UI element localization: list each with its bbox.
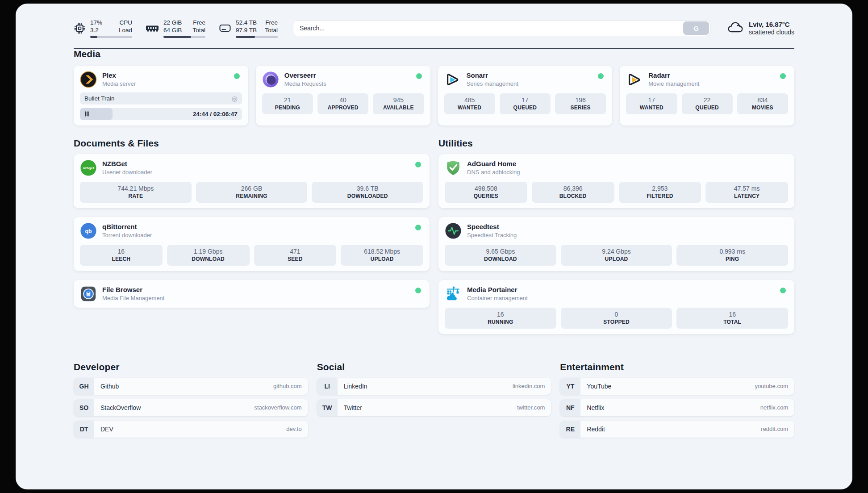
- app-card-speedtest[interactable]: Speedtest Speedtest Tracking 9.65 GbpsDO…: [438, 217, 794, 271]
- search-input[interactable]: [293, 20, 710, 36]
- stat-total: 16TOTAL: [676, 308, 788, 329]
- bookmark-reddit[interactable]: RE Reddit reddit.com: [560, 421, 794, 438]
- bookmark-name: StackOverflow: [100, 404, 141, 411]
- svg-text:qb: qb: [85, 228, 92, 234]
- app-name: AdGuard Home: [467, 160, 520, 168]
- cpu-usage-label: CPU: [119, 19, 132, 26]
- bookmark-abbr: SO: [74, 399, 94, 416]
- cpu-progress-bar: [90, 36, 132, 38]
- status-online-dot: [780, 73, 786, 79]
- cpu-usage-value: 17%: [90, 19, 102, 26]
- bookmark-dev[interactable]: DT DEV dev.to: [74, 421, 308, 438]
- stat-latency: 47.57 msLATENCY: [705, 182, 788, 203]
- bookmark-url: youtube.com: [755, 383, 788, 389]
- search-bar: G: [293, 20, 710, 36]
- stat-queued: 17QUEUED: [500, 93, 551, 114]
- app-card-nzbget[interactable]: nzbget NZBGet Usenet downloader 744.21 M…: [74, 154, 430, 208]
- section-title-developer: Developer: [74, 362, 308, 372]
- status-online-dot: [416, 73, 422, 79]
- ram-free-label: Free: [193, 19, 205, 26]
- stat-pending: 21PENDING: [262, 93, 313, 114]
- adguard-icon: [445, 159, 462, 176]
- bookmark-abbr: TW: [317, 399, 338, 416]
- plex-icon: [80, 71, 97, 88]
- bookmark-twitter[interactable]: TW Twitter twitter.com: [317, 399, 551, 416]
- app-description: Series management: [467, 80, 518, 87]
- filebrowser-icon: [80, 285, 97, 302]
- weather-widget[interactable]: Lviv, 16.87°C scattered clouds: [726, 21, 794, 36]
- status-online-dot: [780, 288, 786, 293]
- bookmark-abbr: DT: [74, 421, 94, 438]
- bookmark-stackoverflow[interactable]: SO StackOverflow stackoverflow.com: [74, 399, 308, 416]
- disk-free-value: 52.4 TB: [236, 19, 257, 26]
- pause-icon: [84, 111, 89, 117]
- app-card-sonarr[interactable]: Sonarr Series management 485WANTED 17QUE…: [438, 66, 613, 125]
- stat-rate: 744.21 MbpsRATE: [80, 182, 192, 203]
- ram-progress-bar: [163, 36, 205, 38]
- status-online-dot: [415, 288, 421, 293]
- bookmark-youtube[interactable]: YT YouTube youtube.com: [560, 378, 794, 395]
- bookmark-url: netflix.com: [760, 404, 788, 411]
- bookmark-netflix[interactable]: NF Netflix netflix.com: [560, 399, 794, 416]
- app-card-overseerr[interactable]: Overseerr Media Requests 21PENDING 40APP…: [256, 66, 430, 125]
- system-stats: 17%CPU 3.2Load 22 GiBFree 64 GiBTotal: [74, 19, 278, 38]
- bookmark-github[interactable]: GH Github github.com: [74, 378, 308, 395]
- app-card-radarr[interactable]: Radarr Movie management 17WANTED 22QUEUE…: [620, 66, 794, 125]
- bookmark-url: dev.to: [286, 426, 301, 432]
- app-name: Media Portainer: [467, 286, 528, 294]
- bookmark-abbr: NF: [560, 399, 580, 416]
- memory-stat: 22 GiBFree 64 GiBTotal: [146, 19, 205, 38]
- section-title-social: Social: [317, 362, 551, 372]
- status-online-dot: [598, 73, 604, 79]
- media-card-grid: Plex Media server Bullet Train ◎ 24:44 /…: [74, 66, 794, 125]
- now-playing-row: Bullet Train ◎: [80, 92, 242, 104]
- app-description: Speedtest Tracking: [467, 232, 517, 238]
- app-name: NZBGet: [102, 160, 152, 168]
- playback-progress-row: 24:44 / 02:06:47: [80, 108, 242, 120]
- app-card-plex[interactable]: Plex Media server Bullet Train ◎ 24:44 /…: [74, 66, 248, 125]
- bookmark-url: linkedin.com: [513, 383, 545, 389]
- stat-series: 196SERIES: [555, 93, 606, 114]
- app-description: Media File Management: [102, 295, 164, 301]
- section-title-documents: Documents & Files: [74, 138, 430, 149]
- disk-total-label: Total: [265, 26, 278, 34]
- stat-upload: 9.24 GbpsUPLOAD: [561, 245, 672, 266]
- stat-filtered: 2,953FILTERED: [619, 182, 701, 203]
- storage-stat: 52.4 TBFree 97.9 TBTotal: [219, 19, 278, 38]
- status-online-dot: [234, 73, 240, 79]
- stat-wanted: 485WANTED: [444, 93, 495, 114]
- section-title-media: Media: [74, 49, 794, 59]
- app-description: DNS and adblocking: [467, 169, 520, 175]
- header: 17%CPU 3.2Load 22 GiBFree 64 GiBTotal: [16, 4, 852, 38]
- app-card-portainer[interactable]: Media Portainer Container management 16R…: [438, 280, 794, 334]
- sonarr-icon: [444, 71, 461, 88]
- bookmark-name: YouTube: [587, 383, 611, 390]
- bookmark-abbr: YT: [560, 378, 580, 395]
- speedtest-icon: [445, 222, 462, 239]
- bookmark-linkedin[interactable]: LI LinkedIn linkedin.com: [317, 378, 551, 395]
- utilities-section: Utilities AdGuard Home DNS: [438, 138, 794, 334]
- bookmark-name: Github: [100, 383, 119, 390]
- stat-queued: 22QUEUED: [682, 93, 733, 114]
- cpu-load-label: Load: [119, 26, 132, 34]
- app-card-qbittorrent[interactable]: qb qBittorrent Torrent downloader 16LEEC…: [74, 217, 430, 271]
- stat-download: 1.19 GbpsDOWNLOAD: [167, 245, 250, 266]
- app-name: Radarr: [648, 71, 699, 79]
- bookmark-name: Twitter: [344, 404, 362, 411]
- stat-running: 16RUNNING: [445, 308, 556, 329]
- stat-wanted: 17WANTED: [626, 93, 677, 114]
- documents-section: Documents & Files nzbget NZBGet Usenet d…: [74, 138, 430, 308]
- status-online-dot: [415, 162, 421, 167]
- status-online-dot: [415, 225, 421, 230]
- stat-blocked: 86,396BLOCKED: [532, 182, 614, 203]
- bookmark-name: Netflix: [587, 404, 604, 411]
- app-card-adguard[interactable]: AdGuard Home DNS and adblocking 498,508Q…: [438, 154, 794, 208]
- ram-free-value: 22 GiB: [163, 19, 182, 26]
- app-description: Media Requests: [284, 80, 326, 87]
- ram-total-value: 64 GiB: [163, 26, 182, 34]
- search-engine-button[interactable]: G: [683, 21, 709, 35]
- stat-movies: 834MOVIES: [737, 93, 788, 114]
- app-card-filebrowser[interactable]: File Browser Media File Management: [74, 280, 430, 308]
- stat-upload: 618.52 MbpsUPLOAD: [341, 245, 423, 266]
- stat-leech: 16LEECH: [80, 245, 163, 266]
